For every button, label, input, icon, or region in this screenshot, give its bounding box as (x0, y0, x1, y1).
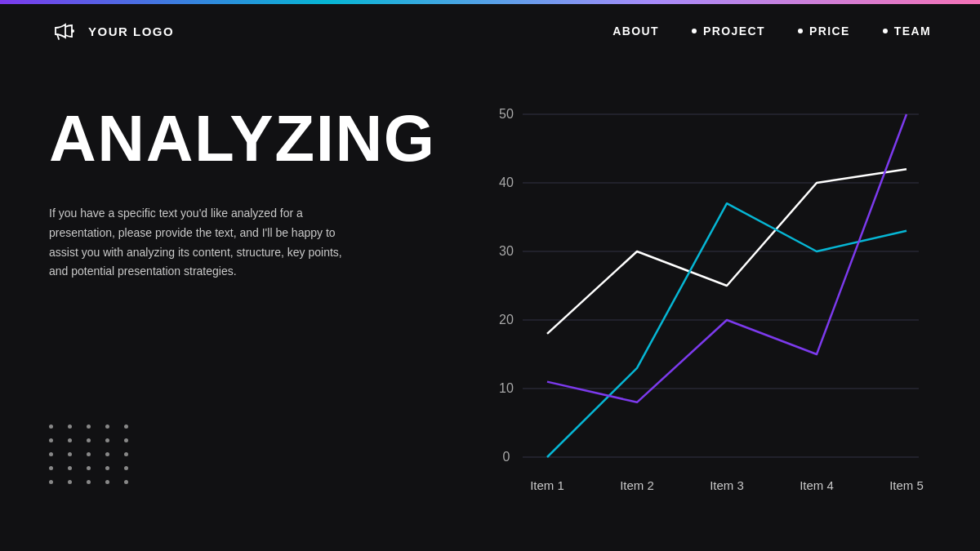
dot (49, 480, 53, 484)
dots-row-2 (49, 438, 128, 442)
dot (68, 438, 72, 442)
x-label-item3: Item 3 (710, 478, 744, 492)
dot (49, 466, 53, 470)
dot (49, 424, 53, 429)
dot (105, 466, 109, 470)
y-label-30: 30 (499, 244, 514, 258)
main-nav: ABOUT PROJECT PRICE TEAM (612, 24, 931, 38)
nav-item-price[interactable]: PRICE (798, 24, 850, 38)
logo-icon (49, 16, 78, 46)
chart-container: 50 40 30 20 10 0 Item 1 Item 2 Item 3 It… (474, 82, 947, 522)
x-label-item4: Item 4 (800, 478, 834, 492)
nav-item-project[interactable]: PROJECT (692, 24, 765, 38)
y-label-40: 40 (499, 176, 514, 189)
dot (87, 480, 91, 484)
svg-point-0 (71, 29, 74, 33)
dots-row-4 (49, 466, 128, 470)
x-label-item2: Item 2 (620, 478, 654, 492)
description-text: If you have a specific text you'd like a… (49, 204, 359, 282)
series-cyan-line (547, 203, 906, 457)
nav-dot-price (798, 29, 803, 33)
dot (49, 452, 53, 456)
dot (68, 424, 72, 429)
header: YOUR LOGO ABOUT PROJECT PRICE TEAM (0, 16, 980, 46)
dot (124, 466, 128, 470)
x-label-item1: Item 1 (530, 478, 564, 492)
nav-dot-team (883, 29, 888, 33)
dot (124, 438, 128, 442)
logo-area: YOUR LOGO (49, 16, 174, 46)
top-gradient-bar (0, 0, 980, 4)
series-purple-line (547, 114, 906, 402)
dots-grid (49, 424, 128, 494)
y-label-10: 10 (499, 381, 514, 395)
dot (124, 424, 128, 429)
dot (68, 452, 72, 456)
x-label-item5: Item 5 (889, 478, 924, 492)
dot (49, 438, 53, 442)
dot (124, 452, 128, 456)
left-content: ANALYZING If you have a specific text yo… (49, 106, 441, 282)
main-title: ANALYZING (49, 106, 441, 171)
y-label-50: 50 (499, 107, 514, 121)
dots-row-3 (49, 452, 128, 456)
nav-label-about: ABOUT (612, 24, 659, 38)
dot (105, 438, 109, 442)
dot (87, 424, 91, 429)
nav-item-team[interactable]: TEAM (883, 24, 931, 38)
dot (105, 424, 109, 429)
dot (105, 480, 109, 484)
dot (68, 466, 72, 470)
nav-item-about[interactable]: ABOUT (612, 24, 659, 38)
y-label-0: 0 (503, 450, 510, 464)
nav-label-project: PROJECT (703, 24, 765, 38)
y-label-20: 20 (499, 313, 514, 327)
nav-dot-project (692, 29, 697, 33)
dots-row-1 (49, 424, 128, 429)
line-chart: 50 40 30 20 10 0 Item 1 Item 2 Item 3 It… (474, 82, 947, 522)
dots-row-5 (49, 480, 128, 484)
dot (68, 480, 72, 484)
nav-label-price: PRICE (809, 24, 850, 38)
dot (87, 452, 91, 456)
logo-text: YOUR LOGO (88, 24, 174, 38)
dot (105, 452, 109, 456)
dot (124, 480, 128, 484)
nav-label-team: TEAM (894, 24, 931, 38)
dot (87, 466, 91, 470)
dot (87, 438, 91, 442)
